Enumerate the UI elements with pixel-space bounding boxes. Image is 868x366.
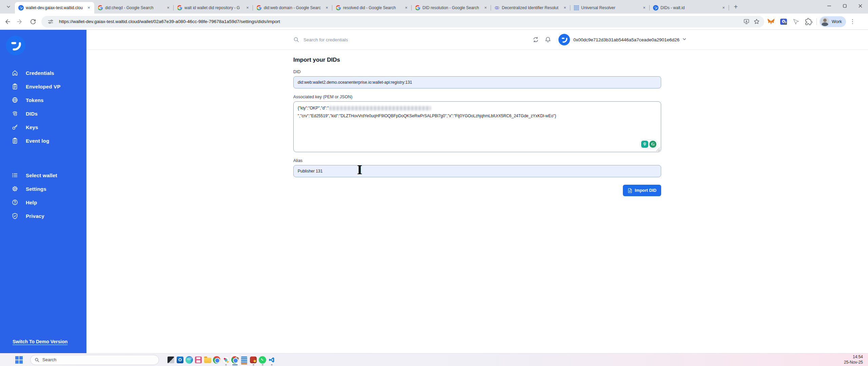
chevron-down-icon[interactable] (682, 37, 687, 43)
profile-avatar (821, 17, 829, 26)
extensions-puzzle-icon[interactable] (803, 16, 814, 27)
taskbar-file-explorer-icon[interactable] (203, 354, 212, 366)
notifications-bell-icon[interactable] (543, 35, 553, 45)
tab-close-icon[interactable]: × (245, 5, 250, 11)
bookmark-star-icon[interactable] (751, 17, 762, 27)
alias-input[interactable] (293, 165, 661, 177)
tab-wallet-dev[interactable]: wallet-dev.gaiax-test.waltid.clou × (15, 2, 94, 14)
tab-did-resolution[interactable]: DID resolution - Google Search × (412, 2, 491, 14)
browser-toolbar: https://wallet-dev.gaiax-test.waltid.clo… (0, 14, 868, 30)
redacted-private-key (329, 106, 431, 110)
knot-favicon (494, 5, 500, 11)
sidebar-item-label: Keys (26, 124, 38, 130)
search-icon (35, 358, 39, 362)
did-input[interactable] (293, 76, 661, 88)
metamask-extension-icon[interactable] (765, 16, 777, 27)
site-settings-icon[interactable] (45, 17, 56, 27)
lightbulb-extension-icon[interactable] (641, 141, 648, 148)
wallet-app: Credentials Enveloped VP Tokens DIDs Key… (0, 30, 868, 353)
tab-search-chevron-icon[interactable] (3, 2, 14, 12)
new-tab-button[interactable]: + (731, 2, 741, 12)
tab-title: wallet-dev.gaiax-test.waltid.clou (26, 5, 84, 10)
import-did-button[interactable]: Import DID (623, 185, 661, 196)
taskbar-notes-icon[interactable] (194, 354, 203, 366)
did-label: DID (293, 69, 687, 74)
sidebar-item-event-log[interactable]: Event log (0, 134, 86, 147)
tab-close-icon[interactable]: × (324, 5, 330, 11)
google-favicon (336, 5, 341, 11)
google-favicon (177, 5, 182, 11)
sidebar-item-dids[interactable]: DIDs (0, 107, 86, 120)
taskbar-outlook-icon[interactable]: O (176, 354, 184, 366)
taskbar-vscode-icon[interactable] (267, 354, 276, 366)
clock-time: 14:54 (844, 354, 863, 360)
start-button-icon[interactable] (15, 356, 23, 364)
tab-close-icon[interactable]: × (165, 5, 171, 11)
tab-didweb-domain[interactable]: did:web domain - Google Searc × (253, 2, 332, 14)
sidebar-item-select-wallet[interactable]: Select wallet (0, 168, 86, 182)
close-window-button[interactable] (852, 0, 868, 12)
tab-walt-repo[interactable]: walt id wallet did repository - G × (174, 2, 253, 14)
wallet-extension-icon[interactable] (778, 16, 789, 27)
account-avatar[interactable] (558, 34, 570, 45)
waltid-logo[interactable] (0, 30, 86, 57)
textarea-resize-handle[interactable] (656, 148, 660, 151)
maximize-button[interactable] (837, 0, 852, 12)
taskbar-chrome-icon[interactable] (212, 354, 221, 366)
sidebar-item-settings[interactable]: Settings (0, 182, 86, 196)
sidebar-item-enveloped-vp[interactable]: Enveloped VP (0, 80, 86, 93)
refresh-icon[interactable] (531, 35, 541, 45)
taskbar-tool-icon[interactable] (249, 354, 258, 366)
forward-icon[interactable] (14, 16, 26, 27)
tab-resolved-did[interactable]: resolved did - Google Search × (332, 2, 412, 14)
tab-did-resolver-site[interactable]: Decentralized Identifier Resolut × (491, 2, 570, 14)
sidebar-item-keys[interactable]: Keys (0, 120, 86, 134)
import-did-button-label: Import DID (635, 188, 656, 193)
screen: wallet-dev.gaiax-test.waltid.clou × did:… (0, 0, 868, 366)
address-bar[interactable]: https://wallet-dev.gaiax-test.waltid.clo… (41, 16, 764, 27)
reload-icon[interactable] (27, 16, 39, 27)
sidebar-item-credentials[interactable]: Credentials (0, 66, 86, 80)
minimize-button[interactable] (821, 0, 837, 12)
taskbar-search-input[interactable]: Search (30, 355, 159, 365)
taskbar-photos-icon[interactable] (166, 354, 175, 366)
taskbar-ledger-icon[interactable] (240, 354, 249, 366)
cursor-extension-icon[interactable] (790, 16, 802, 27)
back-icon[interactable] (1, 16, 13, 27)
sidebar-secondary-nav: Select wallet Settings Help Privacy (0, 168, 86, 223)
tab-list: wallet-dev.gaiax-test.waltid.clou × did:… (15, 0, 729, 14)
list-icon (12, 172, 18, 179)
sidebar-item-tokens[interactable]: Tokens (0, 93, 86, 107)
key-textarea[interactable]: {"kty":"OKP","d":"","crv":"Ed25519","kid… (293, 101, 661, 152)
tab-universal-resolver[interactable]: Universal Resolver × (570, 2, 650, 14)
tab-close-icon[interactable]: × (403, 5, 409, 11)
tab-close-icon[interactable]: × (483, 5, 488, 11)
sidebar-item-privacy[interactable]: Privacy (0, 209, 86, 223)
tab-close-icon[interactable]: × (562, 5, 568, 11)
credentials-search-input[interactable]: Search for credentials (293, 37, 348, 43)
waltid-favicon (653, 5, 658, 11)
account-address[interactable]: 0x00dc9e712d3b31ab5446a5a7ceade0a2901e6d… (573, 37, 679, 42)
tab-dids-waltid[interactable]: DIDs - walt.id × (650, 2, 729, 14)
taskbar-clock[interactable]: 14:54 25-Nov-25 (844, 354, 863, 365)
tab-did-cheqd[interactable]: did:cheqd - Google Search × (94, 2, 174, 14)
taskbar-slack-icon[interactable] (221, 354, 230, 366)
taskbar-edge-icon[interactable] (185, 354, 194, 366)
tab-close-icon[interactable]: × (642, 5, 647, 11)
tab-title: did:web domain - Google Searc (264, 5, 322, 10)
tab-close-icon[interactable]: × (721, 5, 726, 11)
grammarly-icon[interactable]: G (649, 141, 656, 148)
help-icon (12, 199, 18, 206)
browser-menu-icon[interactable]: ⋮ (847, 17, 857, 27)
taskbar-chrome-work-icon[interactable] (231, 354, 239, 366)
sidebar: Credentials Enveloped VP Tokens DIDs Key… (0, 30, 86, 353)
url-text[interactable]: https://wallet-dev.gaiax-test.waltid.clo… (59, 19, 741, 24)
install-app-icon[interactable] (741, 17, 751, 27)
google-favicon (415, 5, 420, 11)
tab-close-icon[interactable]: × (86, 5, 92, 11)
key-label: Associated key (PEM or JSON) (293, 95, 687, 99)
profile-chip[interactable]: Work (820, 16, 846, 27)
taskbar-whatsapp-icon[interactable] (258, 354, 267, 366)
switch-demo-link[interactable]: Switch To Demo Version (13, 339, 67, 344)
sidebar-item-help[interactable]: Help (0, 196, 86, 209)
